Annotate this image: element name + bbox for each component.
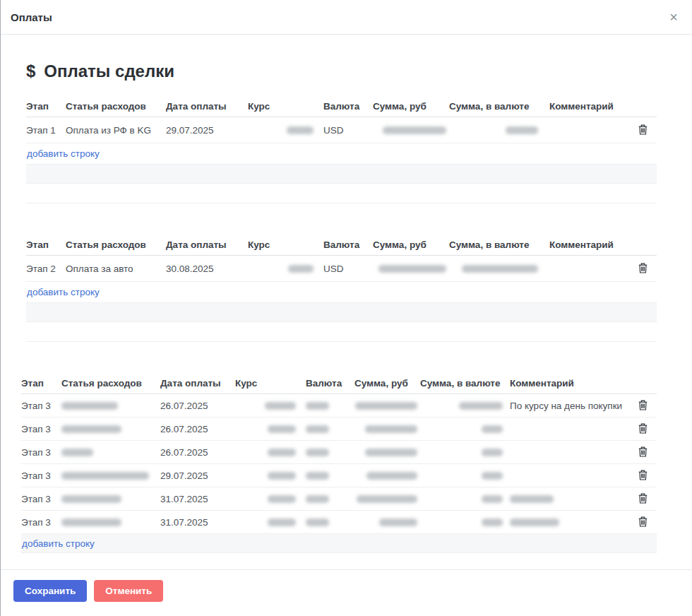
- rate-cell[interactable]: [248, 256, 323, 282]
- date-cell[interactable]: 29.07.2025: [160, 464, 235, 487]
- payments-modal: Оплаты × $ Оплаты сделки Этап Статья рас…: [0, 0, 692, 616]
- date-cell[interactable]: 31.07.2025: [160, 487, 235, 511]
- currency-cell[interactable]: [306, 487, 354, 511]
- save-button[interactable]: Сохранить: [13, 580, 87, 603]
- col-expense: Статья расходов: [66, 99, 166, 117]
- payments-table-stage3: Этап Статья расходов Дата оплаты Курс Ва…: [21, 376, 657, 553]
- sum-currency-cell[interactable]: [420, 417, 510, 441]
- delete-row-button[interactable]: [637, 261, 649, 275]
- sum-currency-cell[interactable]: [420, 394, 510, 417]
- redacted-value: [268, 495, 296, 503]
- sum-rub-cell[interactable]: [354, 394, 420, 417]
- expense-cell[interactable]: [61, 394, 160, 417]
- delete-row-button[interactable]: [637, 468, 649, 482]
- add-row-link[interactable]: добавить строку: [21, 538, 95, 549]
- col-sum-currency: Сумма, в валюте: [449, 99, 549, 117]
- comment-cell[interactable]: [510, 511, 628, 534]
- stage-cell[interactable]: Этап 3: [21, 487, 61, 511]
- stage-cell[interactable]: Этап 3: [21, 511, 61, 534]
- comment-cell[interactable]: [549, 256, 628, 282]
- date-cell[interactable]: 26.07.2025: [160, 441, 235, 464]
- redacted-value: [510, 495, 554, 503]
- rate-cell[interactable]: [235, 511, 306, 534]
- date-cell[interactable]: 29.07.2025: [166, 117, 248, 143]
- col-actions: [628, 237, 657, 256]
- stage-cell[interactable]: Этап 3: [21, 394, 61, 417]
- rate-cell[interactable]: [235, 441, 306, 464]
- expense-cell[interactable]: [61, 511, 160, 534]
- redacted-value: [268, 519, 296, 526]
- redacted-value: [383, 126, 446, 134]
- sum-currency-cell[interactable]: [420, 441, 510, 464]
- delete-row-button[interactable]: [637, 515, 649, 528]
- delete-row-button[interactable]: [637, 398, 649, 412]
- col-expense: Статья расходов: [61, 376, 160, 394]
- expense-cell[interactable]: Оплата из РФ в KG: [66, 117, 166, 143]
- redacted-value: [265, 402, 296, 410]
- delete-row-button[interactable]: [637, 422, 649, 435]
- expense-cell[interactable]: [61, 417, 160, 441]
- stage-cell[interactable]: Этап 3: [21, 441, 61, 464]
- redacted-value: [268, 449, 296, 456]
- currency-cell[interactable]: [306, 394, 354, 417]
- cancel-button[interactable]: Отменить: [94, 580, 163, 603]
- sum-rub-cell[interactable]: [373, 117, 449, 143]
- comment-cell[interactable]: По курсу на день покупки: [510, 394, 628, 417]
- currency-cell[interactable]: [306, 441, 354, 464]
- delete-row-button[interactable]: [637, 123, 649, 136]
- sum-rub-cell[interactable]: [354, 511, 420, 534]
- delete-row-button[interactable]: [637, 445, 649, 458]
- comment-cell[interactable]: [510, 464, 628, 487]
- stage-cell[interactable]: Этап 2: [26, 256, 66, 282]
- delete-row-button[interactable]: [637, 492, 649, 505]
- stage-cell[interactable]: Этап 3: [21, 464, 61, 487]
- comment-cell[interactable]: [549, 117, 628, 143]
- rate-cell[interactable]: [248, 117, 323, 143]
- sum-rub-cell[interactable]: [354, 487, 420, 511]
- trash-icon: [638, 470, 648, 480]
- page-title: $ Оплаты сделки: [26, 61, 657, 81]
- expense-cell[interactable]: Оплата за авто: [66, 256, 166, 282]
- sum-currency-cell[interactable]: [420, 487, 510, 511]
- currency-cell[interactable]: [306, 417, 354, 441]
- currency-cell[interactable]: [306, 464, 354, 487]
- sum-rub-cell[interactable]: [354, 417, 420, 441]
- rate-cell[interactable]: [235, 464, 306, 487]
- date-cell[interactable]: 26.07.2025: [160, 417, 235, 441]
- redacted-value: [306, 425, 329, 433]
- expense-cell[interactable]: [61, 487, 160, 511]
- redacted-value: [510, 519, 559, 526]
- col-sum-rub: Сумма, руб: [354, 376, 420, 394]
- sum-rub-cell[interactable]: [373, 256, 449, 282]
- modal-header: Оплаты ×: [1, 0, 692, 35]
- currency-cell[interactable]: USD: [323, 117, 373, 143]
- empty-row: [26, 184, 657, 203]
- close-icon: ×: [669, 9, 678, 25]
- expense-cell[interactable]: [61, 464, 160, 487]
- sum-currency-cell[interactable]: [449, 117, 549, 143]
- comment-cell[interactable]: [510, 487, 628, 511]
- add-row-link[interactable]: добавить строку: [26, 148, 100, 159]
- stage-cell[interactable]: Этап 1: [26, 117, 66, 143]
- date-cell[interactable]: 26.07.2025: [160, 394, 235, 417]
- sum-currency-cell[interactable]: [420, 511, 510, 534]
- comment-cell[interactable]: [510, 441, 628, 464]
- currency-cell[interactable]: USD: [323, 256, 373, 282]
- sum-currency-cell[interactable]: [420, 464, 510, 487]
- sum-currency-cell[interactable]: [449, 256, 549, 282]
- expense-cell[interactable]: [61, 441, 160, 464]
- add-row-link[interactable]: добавить строку: [26, 287, 100, 297]
- sum-rub-cell[interactable]: [354, 441, 420, 464]
- sum-rub-cell[interactable]: [354, 464, 420, 487]
- date-cell[interactable]: 30.08.2025: [166, 256, 248, 282]
- currency-cell[interactable]: [306, 511, 354, 534]
- redacted-value: [61, 449, 93, 456]
- close-button[interactable]: ×: [667, 7, 681, 27]
- rate-cell[interactable]: [235, 417, 306, 441]
- rate-cell[interactable]: [235, 487, 306, 511]
- date-cell[interactable]: 31.07.2025: [160, 511, 235, 534]
- redacted-value: [506, 126, 538, 134]
- comment-cell[interactable]: [510, 417, 628, 441]
- rate-cell[interactable]: [235, 394, 306, 417]
- stage-cell[interactable]: Этап 3: [21, 417, 61, 441]
